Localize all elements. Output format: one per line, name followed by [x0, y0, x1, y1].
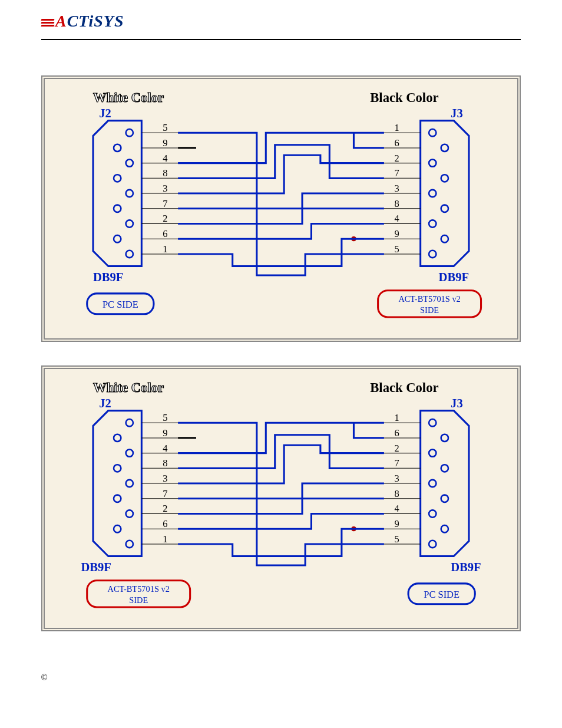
svg-point-13 [429, 190, 436, 197]
wiring-diagram-2: White Color Black Color J2 J3 5 9 4 8 [41, 365, 521, 632]
right-label-lines [384, 133, 421, 254]
svg-text:ACT-BT5701S v2: ACT-BT5701S v2 [107, 584, 169, 594]
svg-text:5: 5 [163, 412, 167, 423]
right-conn-type: DB9F [439, 271, 469, 284]
svg-text:9: 9 [163, 137, 167, 149]
svg-point-17 [429, 251, 436, 258]
right-conn-ref: J3 [451, 397, 463, 410]
page-content: White Color Black Color J2 J3 5 [0, 40, 562, 673]
svg-text:4: 4 [394, 503, 399, 514]
wiring-svg: White Color Black Color J2 J3 5 [51, 87, 511, 330]
svg-text:1: 1 [394, 122, 399, 133]
svg-text:9: 9 [394, 518, 399, 529]
left-badge-device: ACT-BT5701S v2 SIDE [87, 580, 190, 607]
left-conn-type: DB9F [93, 271, 123, 284]
svg-point-6 [126, 220, 133, 227]
svg-point-15 [429, 220, 436, 227]
svg-text:6: 6 [394, 137, 399, 149]
svg-point-72 [429, 449, 436, 456]
svg-point-67 [126, 510, 133, 517]
svg-point-62 [114, 434, 121, 441]
right-connector-shell [421, 121, 469, 266]
svg-point-2 [126, 159, 133, 166]
svg-text:7: 7 [163, 198, 167, 209]
svg-text:9: 9 [163, 427, 167, 438]
svg-text:3: 3 [163, 183, 167, 194]
svg-point-77 [441, 525, 448, 532]
left-badge-pc: PC SIDE [87, 294, 154, 314]
svg-point-68 [114, 525, 121, 532]
svg-text:7: 7 [163, 487, 167, 499]
svg-point-11 [429, 159, 436, 166]
svg-point-65 [126, 479, 133, 486]
svg-text:4: 4 [163, 442, 167, 453]
svg-point-70 [429, 419, 436, 426]
svg-point-3 [114, 174, 121, 182]
svg-text:2: 2 [163, 213, 167, 224]
svg-text:6: 6 [394, 427, 399, 438]
svg-text:6: 6 [163, 228, 167, 239]
wiring-traces [178, 423, 384, 565]
svg-text:PC SIDE: PC SIDE [103, 299, 138, 310]
svg-text:2: 2 [163, 503, 167, 514]
svg-text:1: 1 [163, 243, 167, 255]
right-color-label: Black Color [370, 90, 438, 105]
svg-text:8: 8 [163, 167, 167, 179]
left-pins [114, 129, 133, 258]
svg-point-64 [114, 465, 121, 472]
svg-point-66 [114, 495, 121, 502]
svg-point-69 [126, 540, 133, 547]
left-connector-shell [93, 121, 141, 266]
svg-text:ACT-BT5701S v2: ACT-BT5701S v2 [398, 294, 460, 304]
svg-text:SIDE: SIDE [420, 305, 439, 315]
svg-text:7: 7 [394, 167, 399, 179]
svg-point-16 [441, 235, 448, 242]
svg-point-76 [429, 510, 436, 517]
svg-point-7 [114, 235, 121, 242]
svg-text:3: 3 [394, 473, 399, 484]
left-pin-labels: 5 9 4 8 3 7 2 6 1 [163, 412, 167, 545]
left-conn-ref: J2 [99, 397, 111, 410]
right-pins [429, 419, 448, 548]
svg-point-4 [126, 190, 133, 197]
left-connector-shell [93, 410, 141, 556]
svg-point-9 [429, 129, 436, 136]
right-badge-device: ACT-BT5701S v2 SIDE [378, 291, 481, 317]
wiring-traces [178, 133, 384, 275]
left-color-label: White Color [93, 90, 164, 105]
svg-text:8: 8 [394, 487, 399, 499]
svg-text:3: 3 [394, 183, 399, 194]
left-conn-type: DB9F [81, 561, 111, 574]
svg-text:4: 4 [163, 153, 167, 164]
brand-logo: ACTiSYS [41, 12, 124, 30]
svg-text:PC SIDE: PC SIDE [424, 588, 459, 599]
right-badge-pc: PC SIDE [408, 583, 475, 604]
right-conn-type: DB9F [451, 561, 481, 574]
svg-point-0 [126, 129, 133, 136]
svg-text:6: 6 [163, 518, 167, 529]
wiring-diagram-1: White Color Black Color J2 J3 5 [41, 75, 521, 342]
svg-point-73 [441, 465, 448, 472]
svg-text:5: 5 [394, 243, 399, 255]
svg-text:9: 9 [394, 228, 399, 239]
copyright-symbol: © [41, 673, 47, 682]
page-footer: © [0, 673, 562, 700]
right-conn-ref: J3 [451, 107, 463, 120]
svg-point-74 [429, 479, 436, 486]
wiring-svg: White Color Black Color J2 J3 5 9 4 8 [51, 377, 511, 620]
svg-text:4: 4 [394, 213, 399, 224]
svg-point-8 [126, 251, 133, 258]
svg-text:5: 5 [394, 533, 399, 544]
left-conn-ref: J2 [99, 107, 111, 120]
svg-text:1: 1 [163, 533, 167, 544]
svg-point-10 [441, 144, 448, 151]
right-label-lines [384, 423, 421, 544]
svg-point-63 [126, 449, 133, 456]
logo-stripes-icon [41, 18, 54, 28]
svg-text:1: 1 [394, 412, 399, 423]
right-pin-labels: 1 6 2 7 3 8 4 9 5 [394, 412, 399, 545]
left-label-lines [141, 423, 178, 544]
svg-text:8: 8 [394, 198, 399, 209]
right-color-label: Black Color [370, 380, 438, 394]
svg-text:3: 3 [163, 473, 167, 484]
